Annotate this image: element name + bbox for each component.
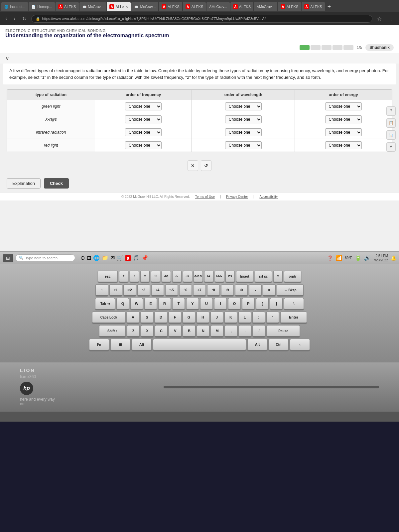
key-r[interactable]: R	[158, 298, 171, 310]
key-f11[interactable]: E3	[225, 271, 235, 283]
key-shift-left[interactable]: Shift ↑	[99, 325, 126, 337]
key-h[interactable]: H	[197, 312, 209, 324]
red-frequency-select[interactable]: Choose one1234	[125, 141, 162, 149]
key-insert[interactable]: Insert	[236, 271, 253, 283]
help-icon-btn[interactable]: ?	[386, 106, 396, 116]
key-f9[interactable]: bk	[204, 271, 213, 283]
key-7[interactable]: & 7	[193, 284, 206, 296]
key-arrow-left[interactable]: ‹	[290, 339, 310, 351]
key-quote[interactable]: '	[266, 312, 279, 324]
new-tab-button[interactable]: +	[326, 4, 333, 10]
key-q[interactable]: Q	[116, 298, 129, 310]
key-backslash[interactable]: \	[284, 298, 304, 310]
key-n[interactable]: N	[197, 325, 209, 337]
infrared-frequency-select[interactable]: Choose one1234	[125, 128, 162, 136]
key-fn[interactable]: Fn	[89, 339, 109, 351]
key-j[interactable]: J	[210, 312, 223, 324]
battery-icon[interactable]: 🔋	[355, 255, 361, 261]
back-button[interactable]: ‹	[3, 15, 9, 22]
tab-home[interactable]: 📄 Homep...	[29, 2, 55, 11]
key-f4[interactable]: **	[151, 271, 160, 283]
key-6[interactable]: ^ 6	[179, 284, 192, 296]
key-v[interactable]: V	[169, 325, 182, 337]
taskbar-cortana-icon[interactable]: ⊙	[80, 255, 85, 261]
key-w[interactable]: W	[130, 298, 143, 310]
taskbar-mail-icon[interactable]: ✉	[110, 255, 115, 261]
key-9[interactable]: ( 9	[221, 284, 234, 296]
key-8[interactable]: * 8	[207, 284, 220, 296]
key-power[interactable]: ⊙	[273, 271, 283, 283]
key-f10[interactable]: hb⊳	[215, 271, 224, 283]
tab-mcgrav3[interactable]: A McGrav...	[206, 2, 230, 11]
settings-button[interactable]: ⋮	[386, 15, 396, 23]
key-f3[interactable]: **	[140, 271, 150, 283]
start-button[interactable]: ⊞	[3, 254, 13, 262]
key-x[interactable]: X	[141, 325, 154, 337]
green-frequency-select[interactable]: Choose one1234	[125, 102, 162, 110]
key-prtsc[interactable]: srt sc	[255, 271, 272, 283]
key-p[interactable]: P	[242, 298, 255, 310]
key-tilde[interactable]: ~	[95, 284, 108, 296]
tab-aleks4[interactable]: A ALEKS	[230, 2, 253, 11]
key-minus[interactable]: -	[249, 284, 262, 296]
key-f7[interactable]: d+	[183, 271, 192, 283]
key-alt-right[interactable]: Alt	[247, 339, 267, 351]
taskbar-browser-icon[interactable]: 🌐	[93, 255, 100, 261]
undo-button[interactable]: ↺	[201, 160, 211, 171]
key-2[interactable]: @ 2	[123, 284, 136, 296]
notification-icon[interactable]: 🔔	[391, 255, 396, 261]
key-f1[interactable]: ?	[119, 271, 128, 283]
key-alt-left[interactable]: Alt	[132, 339, 152, 351]
key-3[interactable]: # 3	[137, 284, 150, 296]
tab-laccd[interactable]: 🌐 laccd st...	[1, 2, 28, 11]
key-prntr[interactable]: prntr	[284, 271, 301, 283]
footer-link-terms[interactable]: Terms of Use	[195, 195, 215, 199]
key-slash[interactable]: /	[253, 325, 265, 337]
notes-icon-btn[interactable]: 📋	[386, 118, 396, 128]
key-windows[interactable]: ⊞	[110, 339, 130, 351]
chevron-down-button[interactable]: ∨	[5, 55, 9, 62]
key-rbracket[interactable]: ]	[270, 298, 283, 310]
wifi-icon[interactable]: 📶	[335, 255, 342, 261]
key-e[interactable]: E	[144, 298, 157, 310]
xrays-frequency-select[interactable]: Choose one1234	[125, 115, 162, 123]
key-f5[interactable]: d⊙	[162, 271, 171, 283]
bookmark-button[interactable]: ☆	[375, 15, 384, 23]
question-mark-icon[interactable]: ❓	[327, 255, 333, 261]
key-d[interactable]: D	[155, 312, 167, 324]
check-button[interactable]: Check	[44, 178, 69, 189]
key-semicolon[interactable]: ;	[252, 312, 265, 324]
tab-aleks2[interactable]: A ALEKS	[159, 2, 182, 11]
refresh-button[interactable]: ↻	[20, 15, 29, 23]
taskbar-folder-icon[interactable]: 📁	[102, 255, 108, 261]
key-z[interactable]: Z	[127, 325, 140, 337]
infrared-wavelength-select[interactable]: Choose one1234	[225, 128, 262, 136]
forward-button[interactable]: ›	[12, 15, 17, 22]
key-i[interactable]: I	[214, 298, 227, 310]
footer-link-privacy[interactable]: Privacy Center	[226, 195, 248, 199]
key-f[interactable]: F	[169, 312, 181, 324]
green-wavelength-select[interactable]: Choose one1234	[225, 102, 262, 110]
key-capslock[interactable]: Caps Lock	[92, 312, 125, 324]
key-f8[interactable]: ⊙⊙⊙	[194, 271, 203, 283]
taskbar-task-view-icon[interactable]: ⊞	[87, 255, 91, 261]
key-b[interactable]: B	[183, 325, 196, 337]
key-4[interactable]: $ 4	[151, 284, 164, 296]
tab-ali[interactable]: A ALI × ✕	[107, 2, 131, 11]
key-enter[interactable]: Enter	[280, 312, 307, 324]
key-tab[interactable]: Tab ⇥	[95, 298, 115, 310]
xrays-wavelength-select[interactable]: Choose one1234	[225, 115, 262, 123]
red-wavelength-select[interactable]: Choose one1234	[225, 141, 262, 149]
key-5[interactable]: % 5	[165, 284, 178, 296]
key-comma[interactable]: ,	[225, 325, 237, 337]
key-0[interactable]: ) 0	[235, 284, 248, 296]
key-m[interactable]: M	[211, 325, 223, 337]
key-esc[interactable]: esc	[98, 271, 118, 283]
key-spacebar[interactable]	[153, 339, 246, 351]
clear-button[interactable]: ✕	[188, 160, 198, 171]
tab-aleks6[interactable]: A ALEKS	[302, 2, 325, 11]
key-t[interactable]: T	[172, 298, 185, 310]
key-k[interactable]: K	[224, 312, 237, 324]
taskbar-music-icon[interactable]: 🎵	[133, 255, 139, 261]
taskbar-search-box[interactable]: 🔍 Type here to search	[15, 254, 75, 261]
